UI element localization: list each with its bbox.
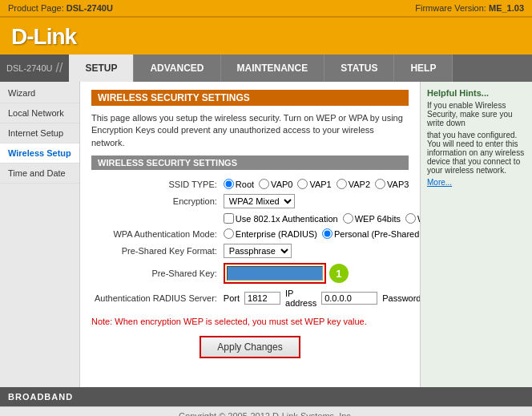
password-label: Password (382, 293, 420, 303)
ssid-vap2-radio[interactable]: VAP2 (337, 179, 370, 189)
psk-key-row: Pre-Shared Key: 1 (91, 261, 420, 286)
ssid-vap1-radio[interactable]: VAP1 (297, 179, 331, 189)
broadband-label: BROADBAND (8, 392, 73, 402)
apply-button-wrap: Apply Changes (91, 336, 409, 358)
wpa-auth-options: Enterprise (RADIUS) Personal (Pre-Shared… (220, 226, 420, 241)
psk-key-label: Pre-Shared Key: (91, 261, 220, 286)
wpa-auth-label: WPA Authentication Mode: (91, 226, 220, 241)
ssid-type-options: Root VAP0 VAP1 VAP2 VAP3 (220, 176, 420, 192)
section-title: WIRELESS SECURITY SETTINGS (91, 155, 409, 170)
enterprise-radio[interactable]: Enterprise (RADIUS) (224, 228, 317, 239)
encryption-row: Encryption: WPA2 Mixed (91, 192, 420, 211)
psk-input-wrap (224, 263, 326, 284)
sidebar-item-wireless-setup[interactable]: Wireless Setup (0, 143, 79, 164)
tab-setup[interactable]: SETUP (69, 55, 134, 82)
use-8021x-label (91, 211, 220, 226)
note-text: Note: When encryption WEP is selected, y… (91, 317, 409, 326)
nav-tabs: SETUP ADVANCED MAINTENANCE STATUS HELP (69, 55, 532, 82)
psk-format-label: Pre-Shared Key Format: (91, 241, 220, 261)
encryption-label: Encryption: (91, 192, 220, 211)
help-title: Helpful Hints... (427, 88, 526, 98)
content-area: WIRELESS SECURITY SETTINGS This page all… (80, 82, 420, 387)
ssid-root-radio[interactable]: Root (224, 179, 254, 189)
radius-server-row: Authentication RADIUS Server: Port IP ad… (91, 286, 420, 310)
help-panel: Helpful Hints... If you enable Wireless … (420, 82, 532, 387)
wpa-auth-row: WPA Authentication Mode: Enterprise (RAD… (91, 226, 420, 241)
sidebar-item-wizard[interactable]: Wizard (0, 83, 79, 103)
psk-input[interactable] (227, 266, 323, 281)
use-8021x-row: Use 802.1x Authentication WEP 64bits WEP… (91, 211, 420, 226)
psk-format-select[interactable]: Passphrase (224, 244, 292, 258)
tab-status[interactable]: STATUS (324, 55, 394, 82)
sidebar-item-time-date[interactable]: Time and Date (0, 164, 79, 184)
ssid-type-label: SSID TYPE: (91, 176, 220, 192)
port-label: Port (224, 293, 240, 303)
main-layout: Wizard Local Network Internet Setup Wire… (0, 82, 532, 387)
help-text2: that you have configured. You will need … (427, 131, 526, 175)
tab-help[interactable]: HELP (394, 55, 453, 82)
tab-maintenance[interactable]: MAINTENANCE (221, 55, 325, 82)
logo-bar: D-Link (0, 16, 532, 55)
description-text: This page allows you setup the wireless … (91, 112, 409, 149)
page-title: WIRELESS SECURITY SETTINGS (91, 90, 409, 106)
help-text1: If you enable Wireless Security, make su… (427, 101, 526, 127)
more-link[interactable]: More... (427, 178, 452, 187)
tab-advanced[interactable]: ADVANCED (134, 55, 220, 82)
radius-server-label: Authentication RADIUS Server: (91, 286, 220, 310)
nav-row: DSL-2740U // SETUP ADVANCED MAINTENANCE … (0, 55, 532, 82)
port-input[interactable] (244, 292, 280, 305)
sidebar: Wizard Local Network Internet Setup Wire… (0, 82, 80, 387)
copyright-bar: Copyright © 2005-2012 D-Link Systems, In… (0, 406, 532, 416)
settings-form: SSID TYPE: Root VAP0 VAP1 VAP (91, 176, 420, 310)
sidebar-item-internet-setup[interactable]: Internet Setup (0, 123, 79, 143)
apply-changes-button[interactable]: Apply Changes (200, 336, 300, 358)
top-bar: Product Page: DSL-2740U Firmware Version… (0, 0, 532, 16)
ip-label: IP address (285, 289, 316, 308)
ssid-type-row: SSID TYPE: Root VAP0 VAP1 VAP (91, 176, 420, 192)
personal-radio[interactable]: Personal (Pre-Shared Key) (322, 228, 420, 239)
sidebar-item-local-network[interactable]: Local Network (0, 103, 79, 123)
step-badge: 1 (329, 264, 349, 283)
wep-128-radio[interactable]: WEP 128bits (405, 213, 420, 224)
use-8021x-checkbox[interactable]: Use 802.1x Authentication (224, 213, 338, 224)
copyright-text: Copyright © 2005-2012 D-Link Systems, In… (179, 411, 353, 416)
dlink-logo: D-Link (11, 24, 521, 50)
psk-format-row: Pre-Shared Key Format: Passphrase (91, 241, 420, 261)
firmware-info: Firmware Version: ME_1.03 (415, 3, 524, 13)
ssid-vap0-radio[interactable]: VAP0 (259, 179, 292, 189)
ip-input[interactable] (321, 292, 377, 305)
use-8021x-options: Use 802.1x Authentication WEP 64bits WEP… (220, 211, 420, 226)
encryption-select[interactable]: WPA2 Mixed (224, 194, 295, 208)
encryption-value-cell: WPA2 Mixed (220, 192, 420, 211)
radius-server-cell: Port IP address Password (220, 286, 420, 310)
psk-format-value-cell: Passphrase (220, 241, 420, 261)
product-page-info: Product Page: DSL-2740U (8, 3, 113, 13)
ssid-vap3-radio[interactable]: VAP3 (375, 179, 409, 189)
wep-64-radio[interactable]: WEP 64bits (343, 213, 401, 224)
psk-key-cell: 1 (220, 261, 420, 286)
footer-bar: BROADBAND (0, 387, 532, 406)
nav-device-name: DSL-2740U // (0, 55, 69, 82)
nav-slash: // (55, 61, 62, 75)
